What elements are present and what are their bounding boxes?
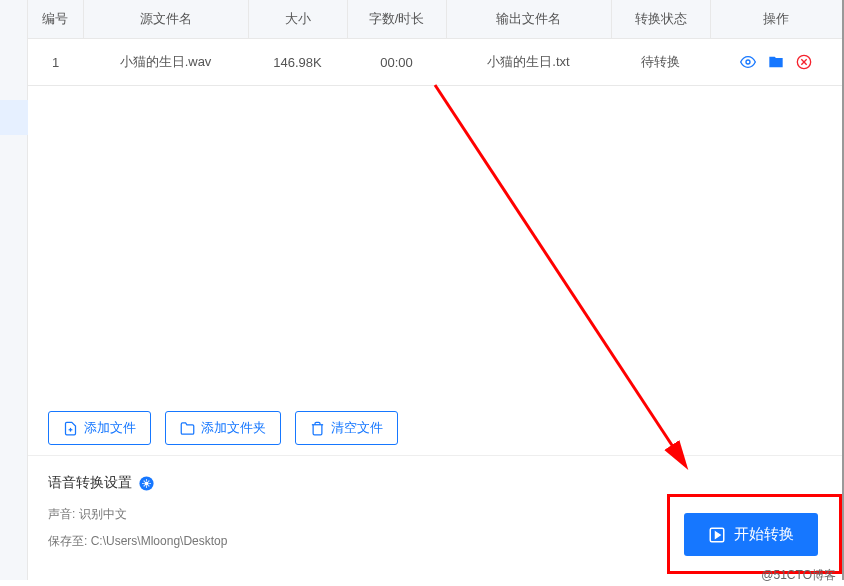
- cell-src: 小猫的生日.wav: [83, 39, 248, 86]
- add-file-button[interactable]: 添加文件: [48, 411, 151, 445]
- folder-icon[interactable]: [768, 54, 784, 70]
- settings-title: 语音转换设置: [48, 474, 132, 492]
- watermark: @51CTO博客: [761, 567, 836, 584]
- trash-icon: [310, 421, 325, 436]
- add-folder-button[interactable]: 添加文件夹: [165, 411, 281, 445]
- folder-plus-icon: [180, 421, 195, 436]
- cell-output: 小猫的生日.txt: [446, 39, 611, 86]
- start-convert-button[interactable]: 开始转换: [684, 513, 818, 556]
- left-sidebar: [0, 0, 28, 580]
- clear-files-button[interactable]: 清空文件: [295, 411, 398, 445]
- header-duration: 字数/时长: [347, 0, 446, 39]
- settings-section: 语音转换设置 声音: 识别中文 保存至: C:\Users\Mloong\Des…: [28, 455, 842, 580]
- table-empty-area: [28, 86, 842, 401]
- file-plus-icon: [63, 421, 78, 436]
- eye-icon[interactable]: [740, 54, 756, 70]
- cell-num: 1: [28, 39, 83, 86]
- clear-files-label: 清空文件: [331, 419, 383, 437]
- cell-status: 待转换: [611, 39, 710, 86]
- table-row[interactable]: 1 小猫的生日.wav 146.98K 00:00 小猫的生日.txt 待转换: [28, 39, 842, 86]
- svg-point-7: [144, 481, 148, 485]
- play-icon: [708, 526, 726, 544]
- svg-marker-9: [716, 532, 721, 538]
- header-status: 转换状态: [611, 0, 710, 39]
- header-num: 编号: [28, 0, 83, 39]
- header-src: 源文件名: [83, 0, 248, 39]
- cell-duration: 00:00: [347, 39, 446, 86]
- cell-size: 146.98K: [248, 39, 347, 86]
- header-ops: 操作: [710, 0, 842, 39]
- start-convert-label: 开始转换: [734, 525, 794, 544]
- sidebar-active-item[interactable]: [0, 100, 28, 135]
- file-table: 编号 源文件名 大小 字数/时长 输出文件名 转换状态 操作 1 小猫的生日.w…: [28, 0, 842, 86]
- gear-icon[interactable]: [138, 475, 155, 492]
- header-size: 大小: [248, 0, 347, 39]
- add-file-label: 添加文件: [84, 419, 136, 437]
- svg-point-0: [746, 60, 750, 64]
- add-folder-label: 添加文件夹: [201, 419, 266, 437]
- header-output: 输出文件名: [446, 0, 611, 39]
- delete-icon[interactable]: [796, 54, 812, 70]
